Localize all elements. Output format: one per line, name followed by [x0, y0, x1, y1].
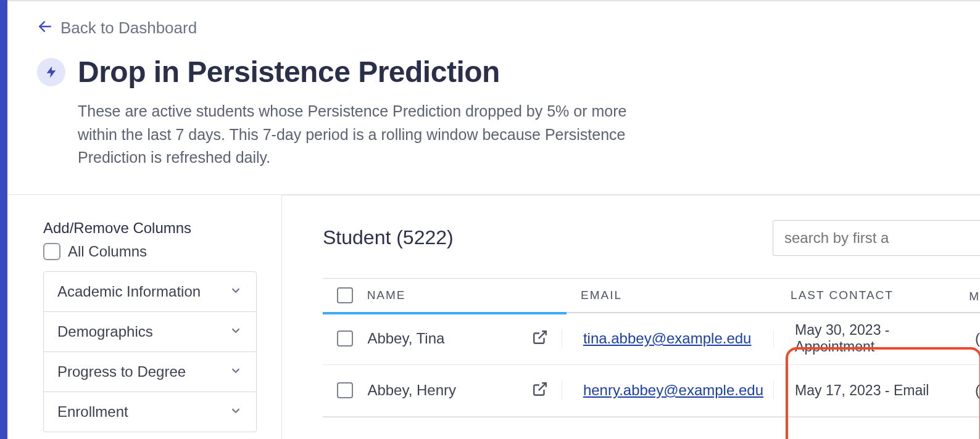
table-row: Abbey, Henry henry.abbey@example.edu May… [323, 365, 980, 417]
svg-line-1 [539, 331, 546, 338]
name-column-sort-indicator [323, 312, 567, 314]
top-divider [7, 0, 980, 1]
last-contact-value: May 30, 2023 - Appointment [795, 322, 964, 355]
accordion-label: Academic Information [57, 283, 201, 300]
accordion-label: Enrollment [57, 403, 128, 421]
student-email-link[interactable]: henry.abbey@example.edu [583, 382, 763, 399]
columns-accordion: Academic Information Demographics Progre… [43, 271, 257, 432]
columns-sidebar: Add/Remove Columns All Columns Academic … [7, 195, 282, 440]
accordion-label: Progress to Degree [57, 363, 186, 380]
back-to-dashboard-link[interactable]: Back to Dashboard [37, 18, 197, 38]
student-email-link[interactable]: tina.abbey@example.edu [583, 330, 752, 347]
row-checkbox[interactable] [337, 330, 353, 347]
column-header-m[interactable]: M [969, 290, 980, 303]
last-contact-value: May 17, 2023 - Email [795, 382, 929, 399]
all-columns-checkbox[interactable] [43, 243, 60, 260]
page-title: Drop in Persistence Prediction [78, 55, 500, 89]
arrow-left-icon [37, 18, 53, 38]
student-count-heading: Student (5222) [323, 226, 454, 249]
left-accent-stripe [0, 0, 7, 439]
chevron-down-icon [229, 324, 243, 340]
student-name[interactable]: Abbey, Henry [367, 382, 456, 399]
row-checkbox[interactable] [337, 382, 353, 398]
lightning-icon [37, 58, 65, 86]
student-name[interactable]: Abbey, Tina [367, 330, 444, 347]
page-description: These are active students whose Persiste… [78, 100, 670, 170]
column-header-last-contact[interactable]: LAST CONTACT [791, 289, 894, 302]
sidebar-title: Add/Remove Columns [43, 220, 257, 237]
accordion-item-progress-to-degree[interactable]: Progress to Degree [44, 352, 256, 392]
table-row: Abbey, Tina tina.abbey@example.edu May 3… [323, 313, 980, 365]
select-all-checkbox[interactable] [337, 287, 353, 303]
chevron-down-icon [229, 284, 243, 300]
chevron-down-icon [229, 364, 243, 380]
accordion-label: Demographics [57, 323, 153, 340]
table-header-row: NAME EMAIL LAST CONTACT M [323, 279, 980, 313]
accordion-item-academic-information[interactable]: Academic Information [44, 272, 256, 312]
svg-line-2 [539, 383, 546, 390]
external-link-icon[interactable] [532, 329, 548, 348]
m-value: ( [975, 382, 980, 398]
accordion-item-demographics[interactable]: Demographics [44, 312, 256, 352]
main-content: Student (5222) NAME EMAIL LAST CONTACT M… [282, 195, 980, 440]
column-header-name[interactable]: NAME [367, 289, 406, 302]
student-search-input[interactable] [773, 220, 980, 256]
back-link-label: Back to Dashboard [60, 18, 197, 38]
all-columns-label: All Columns [68, 243, 147, 260]
students-table: NAME EMAIL LAST CONTACT M Abbey, Tina ti… [323, 278, 980, 417]
column-header-email[interactable]: EMAIL [581, 289, 622, 302]
accordion-item-enrollment[interactable]: Enrollment [44, 392, 256, 432]
m-value: ( [975, 330, 980, 347]
chevron-down-icon [229, 404, 243, 420]
external-link-icon[interactable] [532, 381, 548, 400]
page-header: Back to Dashboard Drop in Persistence Pr… [7, 0, 980, 195]
